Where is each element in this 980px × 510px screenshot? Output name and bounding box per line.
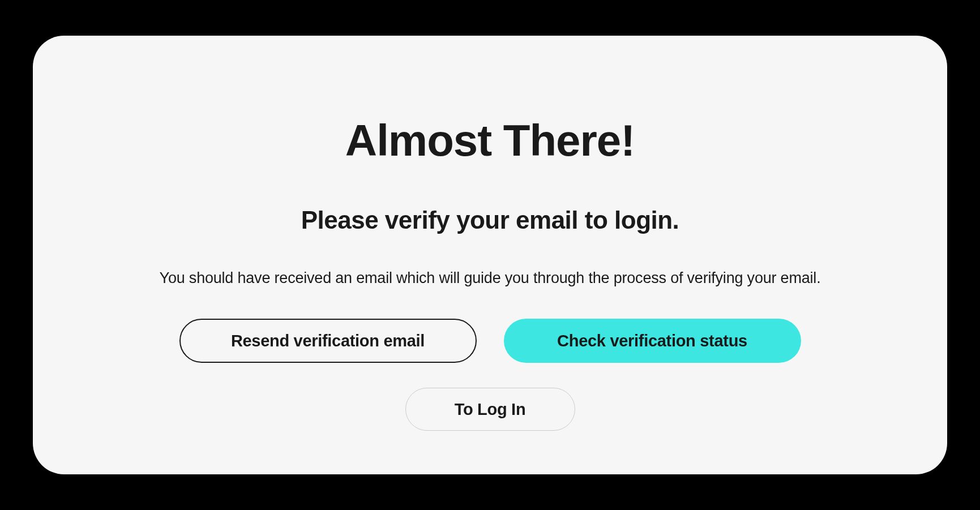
secondary-button-row: To Log In (33, 388, 947, 431)
description-text: You should have received an email which … (33, 269, 947, 287)
resend-verification-button[interactable]: Resend verification email (179, 319, 477, 363)
page-title: Almost There! (33, 115, 947, 166)
page-subtitle: Please verify your email to login. (33, 206, 947, 234)
primary-button-row: Resend verification email Check verifica… (33, 319, 947, 363)
to-login-button[interactable]: To Log In (405, 388, 575, 431)
check-verification-status-button[interactable]: Check verification status (504, 319, 801, 363)
verification-card: Almost There! Please verify your email t… (33, 36, 947, 474)
